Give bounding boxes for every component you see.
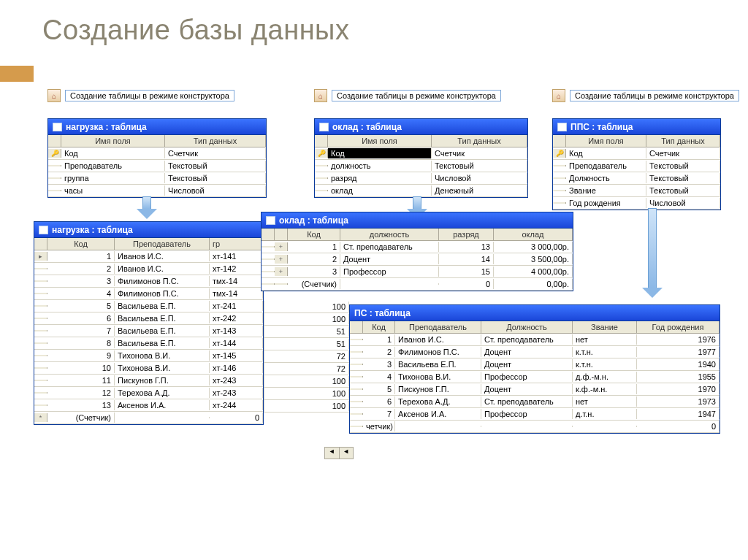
col-header[interactable]: Код [363,321,395,333]
table-row[interactable]: +2Доцент143 500,00р. [262,253,573,266]
col-header[interactable]: разряд [439,229,494,240]
cell[interactable]: Аксенов И.А. [395,409,481,419]
field-name-cell[interactable]: Год рождения [566,198,646,208]
cell[interactable]: 8 [47,338,115,348]
field-name-cell[interactable]: группа [61,173,165,183]
table-row[interactable]: ЗваниеТекстовый [553,185,720,197]
field-name-cell[interactable]: Код [328,148,432,158]
row-selector[interactable] [350,364,363,365]
cell[interactable]: 3 000,00р. [494,242,573,252]
row-selector[interactable] [34,293,47,294]
table-row[interactable]: 1Иванов И.С.Ст. преподавательнет1976 [350,334,720,346]
row-selector[interactable] [48,190,61,191]
col-header[interactable]: Код [47,238,115,250]
row-selector[interactable] [553,202,566,204]
field-name-cell[interactable]: оклад [328,185,432,196]
cell[interactable]: Профессор [340,266,439,277]
row-selector[interactable] [34,342,47,344]
cell[interactable]: хт-244 [210,400,263,410]
table-row[interactable]: 13Аксенов И.А.хт-244 [34,399,263,412]
cell[interactable]: Иванов И.С. [115,264,210,274]
field-name-cell[interactable]: часы [61,185,165,196]
field-name-cell[interactable]: Звание [566,185,646,196]
cell[interactable]: Аксенов И.А. [115,400,210,410]
row-selector[interactable] [34,280,47,282]
cell[interactable]: 13 [439,242,494,252]
cell[interactable]: 1 [288,242,340,252]
col-header[interactable]: Имя поля [328,135,432,147]
cell[interactable]: 15 [439,266,494,277]
cell[interactable]: Доцент [481,359,573,369]
cell[interactable]: нет [573,396,637,407]
cell[interactable]: 1970 [637,384,720,394]
table-row[interactable]: 4Тихонова В.И.Профессорд.ф.-м.н.1955 [350,371,720,383]
cell[interactable]: хт-146 [210,363,263,373]
expand-icon[interactable]: + [275,242,288,251]
col-header[interactable]: Имя поля [61,135,165,147]
new-row[interactable]: (Счетчик)00,00р. [262,278,573,291]
cell[interactable]: Васильева Е.П. [115,326,210,336]
table-row[interactable]: КодСчетчик [553,147,720,160]
cell[interactable]: 3 [363,359,395,369]
table-row[interactable]: 10Тихонова В.И.хт-146 [34,362,263,375]
cell[interactable]: 1940 [637,359,720,369]
table-row[interactable]: 3Филимонов П.С.тмх-14 [34,275,263,288]
table-row[interactable]: 11Пискунов Г.П.хт-243 [34,375,263,387]
field-name-cell[interactable]: Код [566,148,646,158]
window-pps-data[interactable]: ПС : таблица Код Преподаватель Должность… [349,304,720,434]
cell[interactable]: Васильева Е.П. [395,359,481,369]
row-selector[interactable] [350,401,363,402]
window-pps-struct[interactable]: ППС : таблица Имя поля Тип данных КодСче… [552,118,721,210]
table-row[interactable]: часыЧисловой [48,185,266,197]
table-row[interactable]: 7Васильева Е.П.хт-143 [34,325,263,337]
table-row[interactable]: 4Филимонов П.С.тмх-14 [34,288,263,300]
table-row[interactable]: 5Васильева Е.П.хт-241 [34,300,263,312]
row-selector[interactable] [48,165,61,166]
cell[interactable]: 9 [47,350,115,361]
cell[interactable]: Тихонова В.И. [115,363,210,373]
table-row[interactable]: 9Тихонова В.И.хт-145 [34,350,263,362]
cell[interactable]: к.ф.-м.н. [573,384,637,394]
cell[interactable]: к.т.н. [573,359,637,369]
table-row[interactable]: разрядЧисловой [315,172,527,185]
cell[interactable]: Васильева Е.П. [115,338,210,348]
field-type-cell[interactable]: Текстовый [646,185,720,196]
cell[interactable]: тмх-14 [210,288,263,299]
field-type-cell[interactable]: Текстовый [165,173,266,183]
row-selector[interactable] [34,268,47,269]
window-nagruzka-data[interactable]: нагрузка : таблица Код Преподаватель гр … [34,221,264,425]
row-selector[interactable] [48,149,61,158]
cell[interactable]: 5 [363,384,395,394]
cell[interactable]: Доцент [481,384,573,394]
table-row[interactable]: 6Васильева Е.П.хт-242 [34,312,263,325]
row-selector[interactable] [34,330,47,331]
cell[interactable]: 4 [363,372,395,382]
cell[interactable]: 13 [47,400,115,410]
window-nagruzka-struct[interactable]: нагрузка : таблица Имя поля Тип данных К… [47,118,267,198]
cell[interactable]: 14 [439,254,494,264]
cell[interactable]: 1973 [637,396,720,407]
row-selector[interactable] [34,367,47,369]
row-selector[interactable] [553,149,566,158]
table-row[interactable]: ПреподавательТекстовый [48,160,266,172]
col-header[interactable]: Тип данных [165,135,266,147]
row-selector[interactable] [34,305,47,307]
table-row[interactable]: должностьТекстовый [315,160,527,172]
cell[interactable]: хт-241 [210,301,263,311]
cell[interactable]: Иванов И.С. [115,251,210,261]
table-row[interactable]: ▸1Иванов И.С.хт-141 [34,250,263,263]
row-selector[interactable] [553,165,566,166]
cell[interactable]: д.ф.-м.н. [573,372,637,382]
cell[interactable]: Филимонов П.С. [115,276,210,286]
cell[interactable]: Тихонова В.И. [115,350,210,361]
cell[interactable]: Доцент [481,347,573,357]
cell[interactable]: 4 [47,288,115,299]
table-row[interactable]: Год рожденияЧисловой [553,197,720,210]
cell[interactable]: хт-142 [210,264,263,274]
field-type-cell[interactable]: Числовой [646,198,720,208]
col-header[interactable]: Имя поля [566,135,646,147]
cell[interactable]: Ст. преподаватель [340,242,439,252]
cell[interactable]: тмх-14 [210,276,263,286]
field-type-cell[interactable]: Счетчик [165,148,266,158]
cell[interactable]: 11 [47,375,115,386]
